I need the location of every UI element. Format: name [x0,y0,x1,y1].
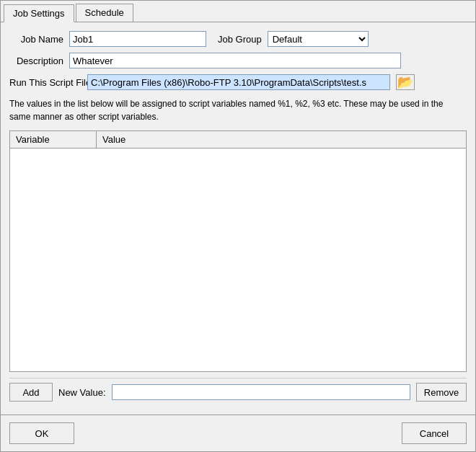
cancel-button[interactable]: Cancel [402,422,467,444]
tabs: Job Settings Schedule [1,1,475,22]
job-group-label: Job Group [218,34,262,45]
variable-table: Variable Value [9,130,467,372]
tab-schedule[interactable]: Schedule [76,4,133,22]
description-input[interactable] [69,53,401,68]
table-header: Variable Value [10,131,466,149]
column-variable: Variable [10,131,97,148]
script-input[interactable] [87,74,390,90]
bottom-bar: Add New Value: Remove [9,378,467,406]
folder-icon: 📂 [397,76,413,89]
script-row: Run This Script File 📂 [9,74,467,90]
table-body [10,149,466,322]
browse-button[interactable]: 📂 [396,74,415,90]
content: Job Name Job Group Default Description R… [1,22,475,415]
new-value-input[interactable] [112,384,410,400]
ok-button[interactable]: OK [9,422,74,444]
add-button[interactable]: Add [9,383,53,402]
tab-job-settings[interactable]: Job Settings [4,4,74,22]
job-name-row: Job Name Job Group Default [9,31,467,47]
new-value-label: New Value: [58,387,106,398]
job-name-label: Job Name [9,34,63,45]
job-name-input[interactable] [69,31,206,47]
description-row: Description [9,53,467,68]
job-group-select[interactable]: Default [268,31,369,47]
dialog: Job Settings Schedule Job Name Job Group… [0,0,476,452]
description-label: Description [9,56,63,66]
footer: OK Cancel [1,415,475,451]
column-value: Value [97,131,466,148]
script-label: Run This Script File [9,77,81,88]
info-text: The values in the list below will be ass… [9,96,467,125]
remove-button[interactable]: Remove [416,383,467,402]
